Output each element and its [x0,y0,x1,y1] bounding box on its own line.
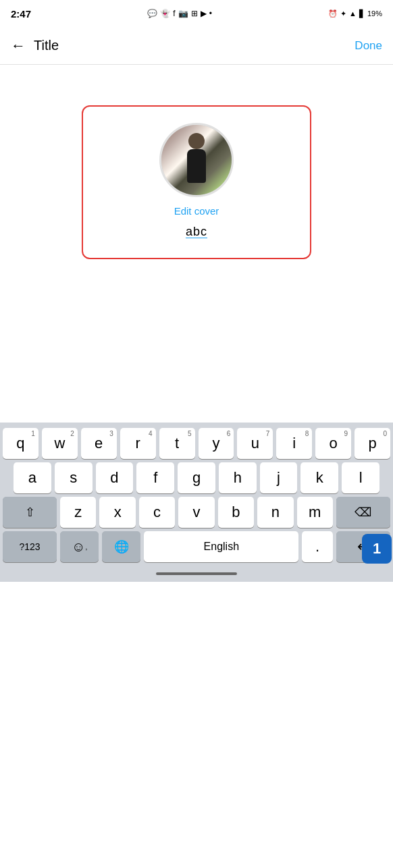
dot-icon: • [209,9,212,18]
facebook-icon: f [173,9,175,18]
status-time: 2:47 [11,8,31,20]
key-v[interactable]: v [178,497,214,528]
key-d[interactable]: d [96,462,134,493]
done-button[interactable]: Done [355,39,382,53]
key-j[interactable]: j [260,462,298,493]
key-y[interactable]: y6 [199,428,234,459]
delete-key[interactable]: ⌫ [336,497,390,528]
key-m[interactable]: m [297,497,333,528]
main-content: Edit cover abc [0,65,393,355]
key-k[interactable]: k [300,462,338,493]
keyboard-row-bottom: ?123 ☺, 🌐 English . ↵ 1 [0,531,393,562]
top-bar-left: ← Title [11,37,59,55]
snapchat-icon: 👻 [160,9,170,18]
bluetooth-icon: ✦ [340,9,346,18]
key-h[interactable]: h [219,462,257,493]
key-e[interactable]: e3 [81,428,117,459]
key-n[interactable]: n [257,497,293,528]
signal-icon: ▋ [359,9,365,18]
key-o[interactable]: o9 [315,428,351,459]
key-c[interactable]: c [139,497,175,528]
message-icon: 💬 [147,9,157,18]
shift-key[interactable]: ⇧ [3,497,57,528]
grid-icon: ⊞ [191,9,198,18]
instagram-icon: 📷 [178,9,188,18]
wifi-icon: ▲ [349,9,357,18]
period-key[interactable]: . [302,531,333,562]
back-button[interactable]: ← [11,37,26,55]
emoji-key[interactable]: ☺, [60,531,99,562]
content-spacer [0,355,393,423]
status-right-icons: ⏰ ✦ ▲ ▋ 19% [328,9,382,18]
key-a[interactable]: a [14,462,51,493]
key-x[interactable]: x [99,497,135,528]
page-title: Title [34,38,59,53]
key-w[interactable]: w2 [42,428,78,459]
notification-badge: 1 [362,534,392,564]
home-indicator-bar [156,572,237,575]
keyboard-row-1: q1 w2 e3 r4 t5 y6 u7 i8 o9 p0 [0,428,393,459]
status-bar: 2:47 💬 👻 f 📷 ⊞ ▶ • ⏰ ✦ ▲ ▋ 19% [0,0,393,27]
top-bar: ← Title Done [0,27,393,65]
key-t[interactable]: t5 [159,428,195,459]
alarm-icon: ⏰ [328,9,338,18]
cover-image[interactable] [159,123,234,197]
key-p[interactable]: p0 [355,428,390,459]
keyboard: q1 w2 e3 r4 t5 y6 u7 i8 o9 p0 a s d f g … [0,423,393,582]
title-card: Edit cover abc [82,105,311,259]
key-q[interactable]: q1 [3,428,38,459]
key-s[interactable]: s [55,462,93,493]
return-key[interactable]: ↵ 1 [336,531,390,562]
keyboard-row-2: a s d f g h j k l [0,462,393,493]
key-l[interactable]: l [342,462,379,493]
youtube-icon: ▶ [201,9,207,18]
key-b[interactable]: b [218,497,254,528]
numbers-key[interactable]: ?123 [3,531,57,562]
title-input[interactable]: abc [186,225,207,239]
space-key[interactable]: English [144,531,298,562]
key-r[interactable]: r4 [120,428,156,459]
key-g[interactable]: g [178,462,215,493]
key-i[interactable]: i8 [276,428,312,459]
home-indicator [0,566,393,582]
edit-cover-button[interactable]: Edit cover [174,205,219,217]
battery-text: 19% [367,9,382,18]
cover-image-inner [161,125,232,195]
key-u[interactable]: u7 [237,428,273,459]
key-z[interactable]: z [60,497,96,528]
key-f[interactable]: f [136,462,174,493]
globe-key[interactable]: 🌐 [102,531,140,562]
keyboard-row-3: ⇧ z x c v b n m ⌫ [0,497,393,528]
status-icons: 💬 👻 f 📷 ⊞ ▶ • [147,9,212,18]
